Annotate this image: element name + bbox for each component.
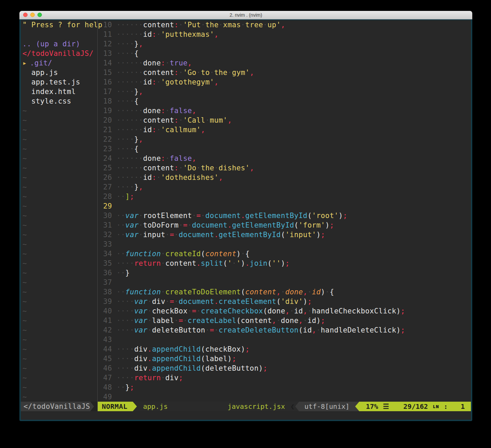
code-line[interactable]: 18····{ — [98, 96, 471, 106]
code-line[interactable]: 33 — [98, 240, 471, 249]
code-line[interactable]: 40····var·checkBox·=·createCheckbox(done… — [98, 306, 471, 316]
code-text: ······done:·false, — [116, 154, 471, 163]
tree-up-dir[interactable]: .. (up a dir) — [21, 39, 97, 49]
code-line[interactable]: 28··]; — [98, 192, 471, 201]
empty-line-tilde: ~ — [21, 392, 97, 402]
line-number: 38 — [98, 287, 112, 297]
code-text: ··} — [116, 268, 471, 278]
line-number: 42 — [98, 325, 112, 335]
code-text: ····div.appendChild(checkBox); — [116, 344, 471, 354]
code-line[interactable]: 23····{ — [98, 144, 471, 154]
code-line[interactable]: 42····var·deleteButton·=·createDeleteBut… — [98, 325, 471, 335]
code-line[interactable]: 21······id:·'callmum', — [98, 125, 471, 135]
code-line[interactable]: 39····var·div·=·document.createElement('… — [98, 297, 471, 306]
code-line[interactable]: 46····div.appendChild(deleteButton); — [98, 364, 471, 373]
line-number: 23 — [98, 144, 112, 154]
line-number: 13 — [98, 49, 112, 58]
title-bar[interactable]: 2. nvim . (nvim) — [19, 11, 472, 19]
code-text: ··function·createToDoElement(content,·do… — [116, 287, 471, 297]
line-number: 14 — [98, 58, 112, 68]
empty-line-tilde: ~ — [21, 163, 97, 173]
empty-line-tilde: ~ — [21, 249, 97, 259]
code-line[interactable]: 38··function·createToDoElement(content,·… — [98, 287, 471, 297]
line-number: 15 — [98, 68, 112, 77]
code-text: ····{ — [116, 144, 471, 154]
close-button[interactable] — [23, 13, 28, 17]
line-number: 33 — [98, 240, 112, 249]
line-number: 26 — [98, 173, 112, 182]
zoom-button[interactable] — [37, 13, 42, 17]
code-line[interactable]: 12····}, — [98, 39, 471, 49]
code-line[interactable]: 48··}; — [98, 383, 471, 392]
code-text: ····div.appendChild(deleteButton); — [116, 364, 471, 373]
code-line[interactable]: 17····}, — [98, 87, 471, 96]
chevron-left-icon: ❮ — [290, 402, 295, 411]
empty-line-tilde: ~ — [21, 154, 97, 163]
code-line[interactable]: 25······content:·'Do·the·dishes', — [98, 163, 471, 173]
line-number: 48 — [98, 383, 112, 392]
code-line[interactable]: 34··function·createId(content)·{ — [98, 249, 471, 259]
code-line[interactable]: 49 — [98, 392, 471, 402]
empty-line-tilde: ~ — [21, 383, 97, 392]
code-line[interactable]: 19······done:·false, — [98, 106, 471, 115]
empty-line-tilde: ~ — [21, 354, 97, 364]
code-text: ····var·label·=·createLabel(content,·don… — [116, 316, 471, 325]
tree-dir-git[interactable]: ▸.git/ — [21, 58, 97, 68]
code-line[interactable]: 29 — [98, 201, 471, 211]
disclosure-arrow-icon[interactable]: ▸ — [22, 59, 27, 67]
code-line[interactable]: 32··var·input·=·document.getElementById(… — [98, 230, 471, 240]
code-line[interactable]: 43 — [98, 335, 471, 344]
code-line[interactable]: 22····}, — [98, 135, 471, 144]
nerdtree-pane[interactable]: " Press ? for help.. (up a dir)</todoVan… — [21, 20, 98, 402]
code-line[interactable]: 20······content:·'Call·mum', — [98, 115, 471, 125]
code-text: ····}, — [116, 87, 471, 96]
lines-icon: ☰ — [383, 402, 389, 411]
empty-line-tilde: ~ — [21, 125, 97, 135]
code-line[interactable]: 44····div.appendChild(checkBox); — [98, 344, 471, 354]
code-line[interactable]: 30··var·rootElement·=·document.getElemen… — [98, 211, 471, 220]
code-line[interactable]: 26······id:·'dothedishes', — [98, 173, 471, 182]
empty-line-tilde: ~ — [21, 344, 97, 354]
tree-file-index-html[interactable]: index.html — [21, 87, 97, 96]
tree-root[interactable]: </todoVanillaJS/ — [21, 49, 97, 58]
code-line[interactable]: 11······id:·'putthexmas', — [98, 30, 471, 39]
tree-file-style-css[interactable]: style.css — [21, 96, 97, 106]
code-line[interactable]: 41····var·label·=·createLabel(content,·d… — [98, 316, 471, 325]
position-status: 17% ☰ 29/162 ʟɴ : 1 — [359, 402, 471, 411]
code-line[interactable]: 13····{ — [98, 49, 471, 58]
tree-file-app-test-js[interactable]: app.test.js — [21, 77, 97, 87]
code-line[interactable]: 37 — [98, 278, 471, 287]
empty-line-tilde: ~ — [21, 278, 97, 287]
code-line[interactable]: 36··} — [98, 268, 471, 278]
empty-line-tilde: ~ — [21, 106, 97, 115]
code-line[interactable]: 27····}, — [98, 182, 471, 192]
line-number: 21 — [98, 125, 112, 135]
code-line[interactable]: 16······id:·'gotothegym', — [98, 77, 471, 87]
editor-pane[interactable]: 10······content:·'Put·the·xmas·tree·up',… — [98, 20, 471, 402]
empty-line-tilde: ~ — [21, 268, 97, 278]
line-number: 35 — [98, 259, 112, 268]
terminal-window: 2. nvim . (nvim) " Press ? for help.. (u… — [19, 11, 472, 421]
code-line[interactable]: 35····return·content.split('·').join('')… — [98, 259, 471, 268]
empty-line-tilde: ~ — [21, 364, 97, 373]
code-line[interactable]: 15······content:·'Go·to·the·gym', — [98, 68, 471, 77]
split-gap — [94, 402, 98, 411]
line-number: 20 — [98, 115, 112, 125]
line-number: 22 — [98, 135, 112, 144]
code-line[interactable]: 14······done:·true, — [98, 58, 471, 68]
filetype-status: javascript.jsx — [223, 402, 290, 411]
code-line[interactable]: 31··var·toDoForm·=·document.getElementBy… — [98, 220, 471, 230]
minimize-button[interactable] — [30, 13, 35, 17]
code-line[interactable]: 47····return·div; — [98, 373, 471, 383]
code-line[interactable]: 45····div.appendChild(label); — [98, 354, 471, 364]
line-number: 19 — [98, 106, 112, 115]
tree-file-app-js[interactable]: app.js — [21, 68, 97, 77]
code-line[interactable]: 10······content:·'Put·the·xmas·tree·up', — [98, 20, 471, 30]
line-number: 24 — [98, 154, 112, 163]
empty-line-tilde: ~ — [21, 306, 97, 316]
line-number: 34 — [98, 249, 112, 259]
command-line[interactable] — [21, 411, 471, 420]
code-text: ······done:·false, — [116, 106, 471, 115]
code-text: ······content:·'Put·the·xmas·tree·up', — [116, 20, 471, 30]
code-line[interactable]: 24······done:·false, — [98, 154, 471, 163]
